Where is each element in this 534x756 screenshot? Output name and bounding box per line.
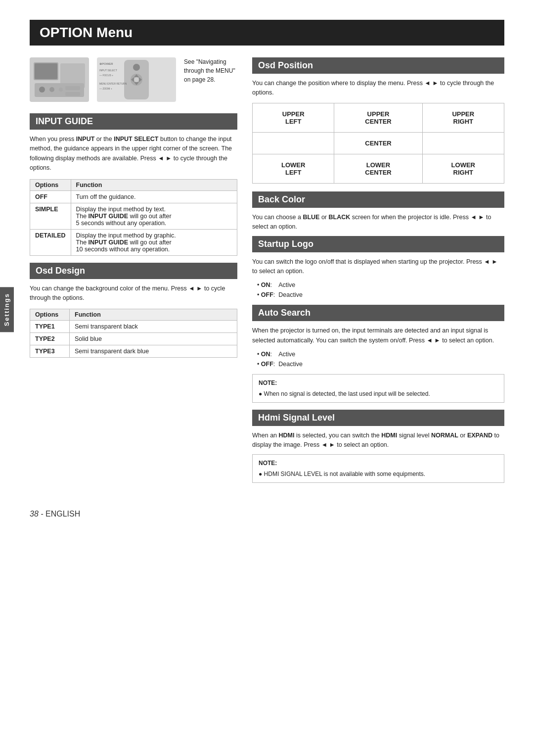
top-image-area: ⊕POWER INPUT SELECT — FOCUS + MENU ENTER… — [30, 57, 237, 103]
auto-search-on: ON: Active — [257, 349, 504, 359]
startup-logo-header: Startup Logo — [252, 236, 504, 252]
osd-position-description: You can change the position where to dis… — [252, 79, 504, 98]
osd-grid-row-middle: CENTER — [253, 132, 504, 154]
osd-cell-lower-left: LOWERLEFT — [253, 154, 334, 183]
function-detailed: Display the input method by graphic.The … — [71, 229, 237, 255]
projector-image — [30, 57, 89, 103]
svg-point-6 — [49, 87, 54, 92]
table-row: DETAILED Display the input method by gra… — [30, 229, 237, 255]
function-type1: Semi transparent black — [70, 321, 237, 333]
svg-rect-9 — [65, 92, 80, 96]
function-off: Turn off the guidance. — [71, 190, 237, 203]
option-type1: TYPE1 — [30, 321, 70, 333]
right-column: Osd Position You can change the position… — [252, 57, 504, 490]
osd-cell-center: CENTER — [334, 132, 422, 154]
startup-logo-description: You can switch the logo on/off that is d… — [252, 257, 504, 277]
auto-search-section: Auto Search When the projector is turned… — [252, 305, 504, 403]
svg-text:MENU  ENTER  RETURN: MENU ENTER RETURN — [99, 82, 127, 85]
osd-position-section: Osd Position You can change the position… — [252, 57, 504, 184]
osd-cell-middle-right-empty — [422, 132, 504, 154]
osd-design-header: Osd Design — [30, 263, 237, 279]
osd-design-section: Osd Design You can change the background… — [30, 263, 237, 358]
osd-cell-lower-center: LOWERCENTER — [334, 154, 422, 183]
hdmi-note-text: HDMI SIGNAL LEVEL is not available with … — [259, 470, 498, 478]
osd-position-header: Osd Position — [252, 57, 504, 74]
table-row: TYPE2 Solid blue — [30, 333, 237, 345]
hdmi-signal-level-header: Hdmi Signal Level — [252, 410, 504, 426]
function-simple: Display the input method by text.The INP… — [71, 203, 237, 229]
function-col-header: Function — [71, 179, 237, 190]
remote-image: ⊕POWER INPUT SELECT — FOCUS + MENU ENTER… — [97, 57, 176, 103]
option-type2: TYPE2 — [30, 333, 70, 345]
svg-point-12 — [133, 64, 140, 71]
osd-cell-middle-left-empty — [253, 132, 334, 154]
svg-text:INPUT SELECT: INPUT SELECT — [99, 69, 117, 72]
startup-logo-off: OFF: Deactive — [257, 290, 504, 300]
hdmi-note-title: NOTE: — [259, 459, 498, 468]
svg-point-18 — [134, 77, 139, 82]
settings-tab: Settings — [0, 287, 14, 332]
table-row: TYPE3 Semi transparent dark blue — [30, 345, 237, 358]
page-footer: 38 - English — [30, 510, 504, 519]
option-detailed: DETAILED — [30, 229, 71, 255]
osd-cell-upper-right: UPPERRIGHT — [422, 103, 504, 132]
osd-position-grid: UPPERLEFT UPPERCENTER UPPERRIGHT CENTER … — [252, 103, 504, 184]
osd-design-table: Options Function TYPE1 Semi transparent … — [30, 309, 237, 358]
svg-rect-8 — [65, 86, 80, 90]
auto-search-off: OFF: Deactive — [257, 359, 504, 369]
input-guide-description: When you press INPUT or the INPUT SELECT… — [30, 135, 237, 173]
auto-search-header: Auto Search — [252, 305, 504, 321]
osd-cell-upper-left: UPPERLEFT — [253, 103, 334, 132]
function-type3: Semi transparent dark blue — [70, 345, 237, 358]
back-color-description: You can choose a BLUE or BLACK screen fo… — [252, 213, 504, 232]
auto-search-note-box: NOTE: When no signal is detected, the la… — [252, 374, 504, 403]
svg-point-7 — [59, 88, 63, 92]
back-color-section: Back Color You can choose a BLUE or BLAC… — [252, 191, 504, 232]
english-label: English — [45, 510, 80, 518]
page-number-prefix: 38 - — [30, 510, 45, 518]
svg-text:⊕POWER: ⊕POWER — [99, 62, 113, 65]
svg-point-5 — [39, 87, 45, 93]
left-column: ⊕POWER INPUT SELECT — FOCUS + MENU ENTER… — [30, 57, 237, 490]
option-off: OFF — [30, 190, 71, 203]
table-row: TYPE1 Semi transparent black — [30, 321, 237, 333]
options-col-header: Options — [30, 309, 70, 321]
options-col-header: Options — [30, 179, 71, 190]
startup-logo-section: Startup Logo You can switch the logo on/… — [252, 236, 504, 300]
svg-rect-2 — [35, 63, 57, 79]
svg-text:— ZOOM +: — ZOOM + — [99, 87, 112, 90]
osd-cell-upper-center: UPPERCENTER — [334, 103, 422, 132]
input-guide-section: INPUT GUIDE When you press INPUT or the … — [30, 113, 237, 256]
page-container: Settings OPTION Menu — [0, 0, 534, 548]
osd-grid-row-bottom: LOWERLEFT LOWERCENTER LOWERRIGHT — [253, 154, 504, 183]
hdmi-signal-level-section: Hdmi Signal Level When an HDMI is select… — [252, 410, 504, 483]
option-type3: TYPE3 — [30, 345, 70, 358]
osd-design-description: You can change the background color of t… — [30, 284, 237, 303]
startup-logo-options: ON: Active OFF: Deactive — [257, 280, 504, 300]
auto-search-note-title: NOTE: — [259, 378, 498, 387]
hdmi-note-box: NOTE: HDMI SIGNAL LEVEL is not available… — [252, 454, 504, 483]
table-row: OFF Turn off the guidance. — [30, 190, 237, 203]
table-row: SIMPLE Display the input method by text.… — [30, 203, 237, 229]
startup-logo-on: ON: Active — [257, 280, 504, 290]
input-guide-header: INPUT GUIDE — [30, 113, 237, 130]
svg-text:— FOCUS +: — FOCUS + — [99, 74, 113, 77]
osd-cell-lower-right: LOWERRIGHT — [422, 154, 504, 183]
function-type2: Solid blue — [70, 333, 237, 345]
two-column-layout: ⊕POWER INPUT SELECT — FOCUS + MENU ENTER… — [30, 57, 504, 490]
top-note: See "Navigating through the MENU" on pag… — [184, 57, 237, 84]
back-color-header: Back Color — [252, 191, 504, 208]
auto-search-description: When the projector is turned on, the inp… — [252, 326, 504, 345]
function-col-header: Function — [70, 309, 237, 321]
input-guide-table: Options Function OFF Turn off the guidan… — [30, 179, 237, 256]
auto-search-options: ON: Active OFF: Deactive — [257, 349, 504, 369]
osd-grid-row-top: UPPERLEFT UPPERCENTER UPPERRIGHT — [253, 103, 504, 132]
page-title: OPTION Menu — [30, 20, 504, 46]
hdmi-signal-level-description: When an HDMI is selected, you can switch… — [252, 431, 504, 450]
auto-search-note-text: When no signal is detected, the last use… — [259, 389, 498, 398]
option-simple: SIMPLE — [30, 203, 71, 229]
